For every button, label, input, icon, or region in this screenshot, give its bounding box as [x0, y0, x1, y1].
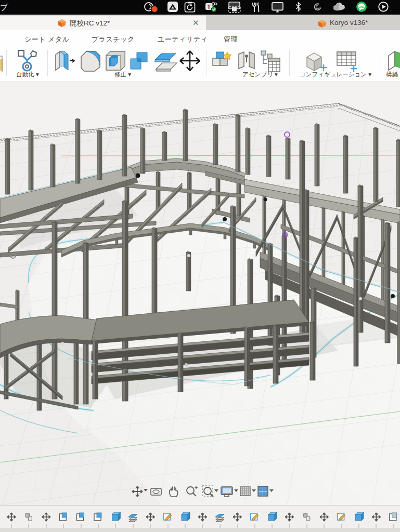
svg-text:T: T: [207, 4, 210, 10]
svg-text:LINE: LINE: [358, 5, 365, 8]
